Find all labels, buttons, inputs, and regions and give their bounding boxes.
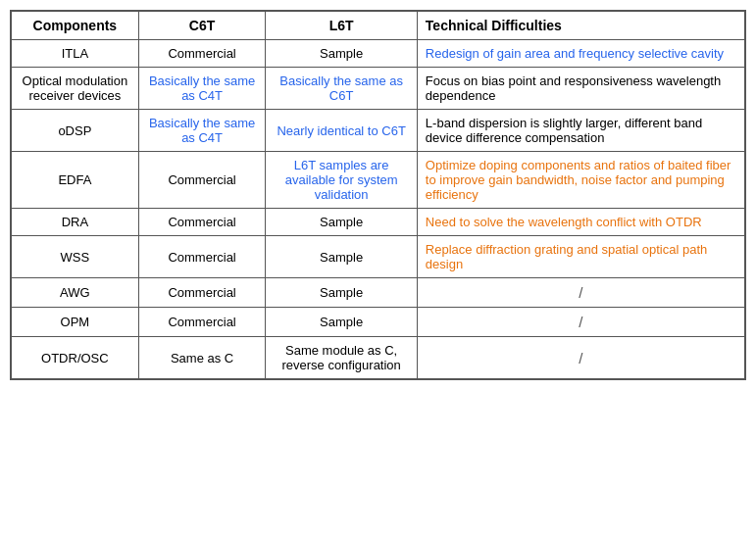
table-row-tech: / [417, 308, 744, 337]
table-row-tech: / [417, 337, 744, 379]
table-row-c6t: Basically the same as C4T [138, 110, 266, 152]
table-row-component: DRA [12, 209, 139, 236]
table-row-l6t: Sample [266, 308, 417, 337]
table-row-c6t: Commercial [138, 308, 266, 337]
table-row-c6t: Commercial [138, 40, 266, 68]
table-row-l6t: Sample [266, 278, 417, 308]
header-tech: Technical Difficulties [417, 12, 744, 40]
table-row-tech: Focus on bias point and responsiveness w… [417, 68, 744, 110]
table-row-component: oDSP [12, 110, 139, 152]
table-row-c6t: Same as C [138, 337, 266, 379]
table-row-tech: Replace diffraction grating and spatial … [417, 236, 744, 278]
table-row-component: ITLA [12, 40, 139, 68]
table-row-tech: / [417, 278, 744, 308]
header-l6t: L6T [266, 12, 417, 40]
table-row-tech: Need to solve the wavelength conflict wi… [417, 209, 744, 236]
header-components: Components [12, 12, 139, 40]
table-row-component: Optical modulation receiver devices [12, 68, 139, 110]
table-row-component: WSS [12, 236, 139, 278]
table-row-l6t: Sample [266, 236, 417, 278]
table-row-component: OPM [12, 308, 139, 337]
table-row-tech: Optimize doping components and ratios of… [417, 152, 744, 209]
table-row-l6t: Same module as C, reverse configuration [266, 337, 417, 379]
table-row-c6t: Commercial [138, 236, 266, 278]
table-row-c6t: Commercial [138, 152, 266, 209]
table-row-c6t: Basically the same as C4T [138, 68, 266, 110]
table-row-tech: L-band dispersion is slightly larger, di… [417, 110, 744, 152]
table-row-l6t: Sample [266, 40, 417, 68]
table-row-c6t: Commercial [138, 278, 266, 308]
table-row-component: OTDR/OSC [12, 337, 139, 379]
table-row-l6t: Nearly identical to C6T [266, 110, 417, 152]
table-row-component: AWG [12, 278, 139, 308]
table-row-l6t: Sample [266, 209, 417, 236]
table-row-l6t: Basically the same as C6T [266, 68, 417, 110]
components-table: Components C6T L6T Technical Difficultie… [10, 10, 746, 380]
table-row-component: EDFA [12, 152, 139, 209]
table-row-l6t: L6T samples are available for system val… [266, 152, 417, 209]
table-row-c6t: Commercial [138, 209, 266, 236]
header-c6t: C6T [138, 12, 266, 40]
table-row-tech: Redesign of gain area and frequency sele… [417, 40, 744, 68]
